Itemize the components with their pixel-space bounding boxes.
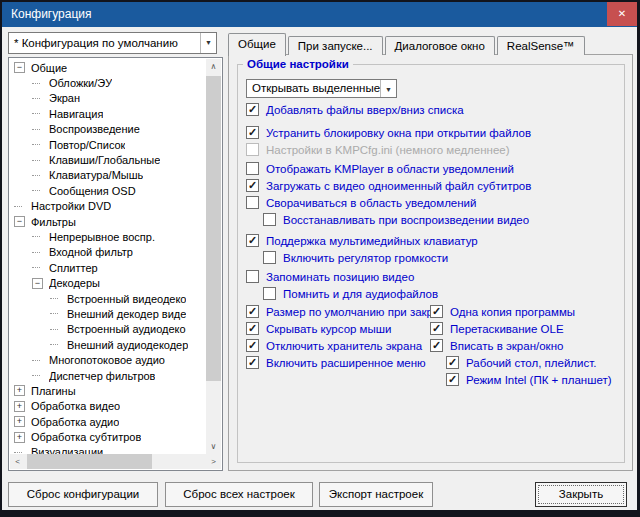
scroll-up-icon[interactable]: ∧ bbox=[206, 59, 221, 74]
checkbox[interactable]: ✓ bbox=[246, 356, 259, 369]
tree-vertical-scrollbar[interactable]: ∧ ∨ bbox=[206, 59, 221, 454]
tree-item[interactable]: Настройки DVD bbox=[11, 199, 205, 214]
tree-item[interactable]: Визуализации bbox=[11, 445, 205, 454]
checkbox-row[interactable]: ✓Режим Intel (ПК + планшет) bbox=[430, 371, 618, 388]
tree-item[interactable]: Повтор/Список bbox=[11, 137, 205, 152]
checkbox[interactable]: ✓ bbox=[246, 103, 259, 116]
checkbox[interactable]: ✓ bbox=[246, 126, 259, 139]
tree-item[interactable]: Непрерывное воспр. bbox=[11, 229, 205, 244]
tab-startup[interactable]: При запуске... bbox=[288, 36, 383, 55]
checkbox-row[interactable]: ✓Перетаскивание OLE bbox=[430, 320, 618, 337]
chevron-down-icon[interactable]: ▼ bbox=[380, 80, 396, 97]
checkbox-row[interactable]: Восстанавливать при воспроизведении виде… bbox=[246, 211, 618, 228]
tree-horizontal-scrollbar[interactable]: < > bbox=[10, 454, 221, 469]
checkbox-row[interactable]: Настройки в KMPCfg.ini (немного медленне… bbox=[246, 141, 618, 158]
tree-expander-icon bbox=[50, 298, 58, 299]
checkbox[interactable]: ✓ bbox=[446, 373, 459, 386]
checkbox-row[interactable]: ✓Загружать с видео одноименный файл субт… bbox=[246, 177, 618, 194]
checkbox[interactable]: ✓ bbox=[246, 305, 259, 318]
tree-expander-icon[interactable]: + bbox=[14, 416, 25, 427]
checkbox-row[interactable]: ✓Одна копия программы bbox=[430, 303, 618, 320]
checkbox-column-right: ✓Одна копия программы ✓Перетаскивание OL… bbox=[430, 303, 618, 388]
tree-item[interactable]: Клавиши/Глобальные bbox=[11, 152, 205, 167]
tree-item[interactable]: −Декодеры bbox=[11, 275, 205, 290]
tree-item[interactable]: Экран bbox=[11, 91, 205, 106]
tab-panel-general: Общие настройки Способ открытия: Открыва… bbox=[228, 54, 633, 471]
tree-item[interactable]: +Обработка аудио bbox=[11, 414, 205, 429]
tree-item[interactable]: Навигация bbox=[11, 106, 205, 121]
close-dialog-button[interactable]: Закрыть bbox=[535, 482, 627, 507]
tree-item[interactable]: +Обработка субтитров bbox=[11, 429, 205, 444]
checkbox-row[interactable]: ✓Поддержка мультимедийных клавиатур bbox=[246, 232, 618, 249]
tree-item[interactable]: Внешний декодер виде bbox=[11, 306, 205, 321]
tree-item[interactable]: Многопотоковое аудио bbox=[11, 352, 205, 367]
checkbox[interactable] bbox=[263, 251, 276, 264]
checkbox[interactable] bbox=[246, 162, 259, 175]
checkbox-row[interactable]: ✓Устранить блокировку окна при открытии … bbox=[246, 124, 618, 141]
checkbox-row[interactable]: ✓Добавлять файлы вверх/вниз списка bbox=[246, 101, 618, 118]
tree-item[interactable]: +Плагины bbox=[11, 383, 205, 398]
vertical-scrollbar-thumb[interactable] bbox=[206, 76, 221, 381]
scroll-right-icon[interactable]: > bbox=[206, 454, 221, 469]
tree-item[interactable]: −Фильтры bbox=[11, 214, 205, 229]
checkbox[interactable]: ✓ bbox=[246, 234, 259, 247]
tree-item[interactable]: Диспетчер фильтров bbox=[11, 368, 205, 383]
tree-expander-icon bbox=[50, 329, 58, 330]
scroll-down-icon[interactable]: ∨ bbox=[206, 439, 221, 454]
tree-item[interactable]: Сплиттер bbox=[11, 260, 205, 275]
close-button[interactable]: ✕ bbox=[607, 2, 637, 26]
checkbox[interactable]: ✓ bbox=[430, 322, 443, 335]
tree-expander-icon[interactable]: − bbox=[32, 278, 43, 289]
tree-expander-icon[interactable]: + bbox=[14, 432, 25, 443]
tree-item[interactable]: −Общие bbox=[11, 60, 205, 75]
tree-expander-icon[interactable]: + bbox=[14, 401, 25, 412]
checkbox-row[interactable]: ✓Вписать в экран/окно bbox=[430, 337, 618, 354]
tree-item[interactable]: Внешний аудиодекодер bbox=[11, 337, 205, 352]
scroll-left-icon[interactable]: < bbox=[10, 454, 25, 469]
checkbox-row[interactable]: Запоминать позицию видео bbox=[246, 268, 618, 285]
checkbox-row[interactable]: ✓Включить расширенное меню bbox=[246, 354, 430, 371]
chevron-down-icon[interactable]: ▼ bbox=[200, 33, 216, 53]
export-settings-button[interactable]: Экспорт настроек bbox=[319, 482, 433, 507]
checkbox[interactable]: ✓ bbox=[446, 356, 459, 369]
tree-item[interactable]: Сообщения OSD bbox=[11, 183, 205, 198]
open-method-select[interactable]: Открывать выделенные ▼ bbox=[246, 79, 397, 98]
checkbox[interactable] bbox=[246, 196, 259, 209]
checkbox-row[interactable]: ✓Размер по умолчанию при закр bbox=[246, 303, 430, 320]
reset-configuration-button[interactable]: Сброс конфигурации bbox=[8, 482, 158, 507]
tab-dialog-window[interactable]: Диалоговое окно bbox=[385, 36, 495, 55]
checkbox[interactable]: ✓ bbox=[246, 339, 259, 352]
tree-item[interactable]: Обложки/ЭУ bbox=[11, 75, 205, 90]
checkbox[interactable] bbox=[263, 213, 276, 226]
tree-expander-icon[interactable]: − bbox=[14, 216, 25, 227]
checkbox-row[interactable]: Помнить и для аудиофайлов bbox=[246, 285, 618, 302]
tab-realsense[interactable]: RealSense™ bbox=[497, 36, 585, 55]
tree-expander-icon bbox=[32, 175, 40, 176]
profile-select[interactable]: * Конфигурация по умолчанию ▼ bbox=[8, 32, 217, 54]
checkbox-row[interactable]: Включить регулятор громкости bbox=[246, 249, 618, 266]
tree-item[interactable]: Встроенный видеодеко bbox=[11, 291, 205, 306]
checkbox-row[interactable]: ✓Отключить хранитель экрана bbox=[246, 337, 430, 354]
checkbox[interactable] bbox=[246, 270, 259, 283]
checkbox[interactable]: ✓ bbox=[430, 339, 443, 352]
tree-item[interactable]: Встроенный аудиодеко bbox=[11, 322, 205, 337]
profile-select-value: * Конфигурация по умолчанию bbox=[9, 37, 200, 49]
tree-item[interactable]: Входной фильтр bbox=[11, 245, 205, 260]
checkbox-row[interactable]: ✓Рабочий стол, плейлист. bbox=[430, 354, 618, 371]
checkbox-row[interactable]: Отображать KMPlayer в области уведомлени… bbox=[246, 160, 618, 177]
checkbox-row[interactable]: ✓Скрывать курсор мыши bbox=[246, 320, 430, 337]
tree-item[interactable]: Клавиатура/Мышь bbox=[11, 168, 205, 183]
horizontal-scrollbar-thumb[interactable] bbox=[27, 454, 152, 469]
tree-item[interactable]: +Обработка видео bbox=[11, 399, 205, 414]
tree-expander-icon[interactable]: − bbox=[14, 62, 25, 73]
tree-expander-icon[interactable]: + bbox=[14, 385, 25, 396]
reset-all-settings-button[interactable]: Сброс всех настроек bbox=[165, 482, 313, 507]
tree-expander-icon bbox=[32, 98, 40, 99]
tree-item[interactable]: Воспроизведение bbox=[11, 122, 205, 137]
checkbox-row[interactable]: Сворачиваться в область уведомлений bbox=[246, 194, 618, 211]
checkbox[interactable] bbox=[263, 287, 276, 300]
checkbox[interactable]: ✓ bbox=[246, 179, 259, 192]
tab-general[interactable]: Общие bbox=[228, 33, 286, 56]
checkbox[interactable]: ✓ bbox=[430, 305, 443, 318]
checkbox[interactable]: ✓ bbox=[246, 322, 259, 335]
